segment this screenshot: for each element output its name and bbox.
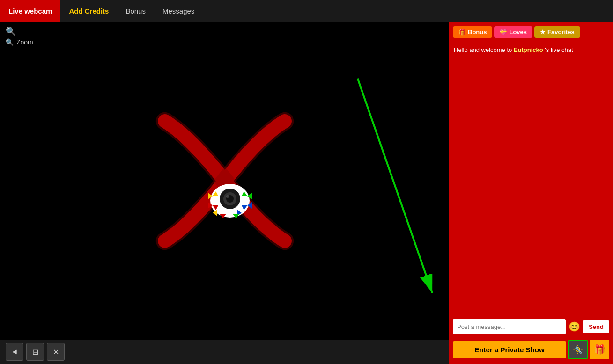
- chat-username: Eutpnicko: [514, 46, 543, 53]
- bonus-label: Bonus: [468, 29, 487, 36]
- video-canvas: [0, 22, 449, 340]
- chat-message-input[interactable]: [453, 319, 566, 334]
- loves-label: Loves: [509, 29, 527, 36]
- gift-icon: 🎁: [594, 344, 606, 355]
- bonus-button[interactable]: 🎁 Bonus: [453, 26, 492, 38]
- svg-line-18: [358, 79, 433, 293]
- emoji-button[interactable]: 😊: [569, 321, 580, 332]
- svg-text:🔧: 🔧: [574, 346, 583, 354]
- settings-button[interactable]: ⊟: [26, 343, 44, 361]
- settings-tool-button[interactable]: 🔧: [568, 340, 588, 359]
- nav-messages[interactable]: Messages: [154, 0, 203, 22]
- chat-sidebar: 🎁 Bonus 💝 Loves ★ Favorites Hello and we…: [449, 22, 613, 364]
- zoom-control[interactable]: 🔍 Zoom: [6, 38, 33, 46]
- loves-icon: 💝: [500, 29, 507, 36]
- welcome-suffix: 's live chat: [543, 46, 573, 53]
- private-show-area: Enter a Private Show 🔧 🎁: [449, 337, 613, 364]
- nav-add-credits[interactable]: Add Credits: [60, 0, 117, 22]
- send-button[interactable]: Send: [583, 320, 609, 333]
- video-area: 🔍 🔍 Zoom: [0, 22, 449, 364]
- favorites-icon: ★: [540, 29, 546, 36]
- nav-bonus[interactable]: Bonus: [117, 0, 154, 22]
- chat-header-buttons: 🎁 Bonus 💝 Loves ★ Favorites: [449, 22, 613, 42]
- gift-button[interactable]: 🎁: [590, 340, 609, 359]
- video-controls-top: 🔍 🔍 Zoom: [0, 22, 39, 50]
- svg-point-4: [226, 195, 229, 198]
- stream-placeholder: [150, 106, 300, 256]
- chat-welcome: Hello and welcome to Eutpnicko 's live c…: [449, 42, 613, 58]
- chat-messages: [449, 58, 613, 317]
- video-bottom-controls: ◄ ⊟ ✕: [0, 340, 449, 364]
- nav-live-webcam[interactable]: Live webcam: [0, 0, 60, 22]
- loves-button[interactable]: 💝 Loves: [494, 26, 532, 38]
- zoom-label-text: Zoom: [16, 38, 33, 46]
- zoom-search-icon: 🔍: [6, 38, 14, 46]
- welcome-prefix: Hello and welcome to: [454, 46, 514, 53]
- rewind-button[interactable]: ◄: [6, 343, 23, 361]
- main-area: 🔍 🔍 Zoom: [0, 22, 613, 364]
- search-icon[interactable]: 🔍: [6, 26, 33, 36]
- top-navigation: Live webcam Add Credits Bonus Messages: [0, 0, 613, 22]
- private-show-button[interactable]: Enter a Private Show: [453, 341, 566, 358]
- fullscreen-button[interactable]: ✕: [47, 343, 65, 361]
- tool-icon: 🔧: [573, 344, 583, 355]
- favorites-label: Favorites: [547, 29, 575, 36]
- favorites-button[interactable]: ★ Favorites: [534, 26, 580, 38]
- chat-input-area: 😊 Send: [449, 316, 613, 337]
- bonus-icon: 🎁: [458, 29, 466, 36]
- webcam-icon-svg: [204, 176, 256, 228]
